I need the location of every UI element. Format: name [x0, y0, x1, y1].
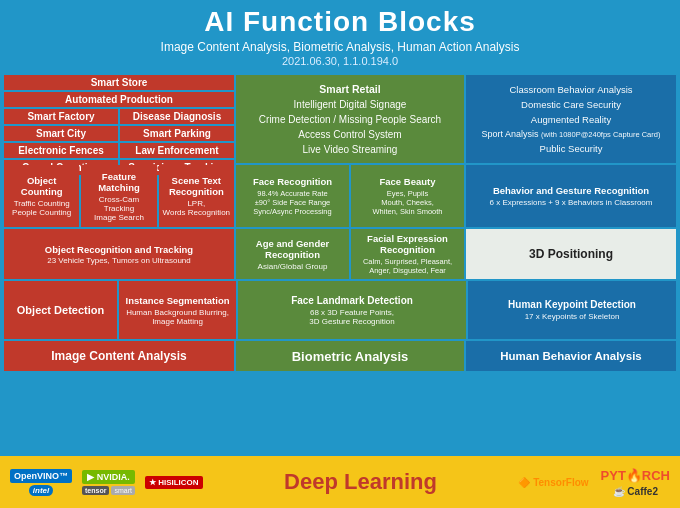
app-automated-production: Automated Production [4, 92, 234, 107]
app-crime-detection: Crime Detection / Missing People Search [259, 114, 441, 125]
app-live-video: Live Video Streaming [303, 144, 398, 155]
app-public-security: Public Security [540, 143, 603, 154]
app-domestic: Domestic Care Security [521, 99, 621, 110]
app-disease-diagnosis: Disease Diagnosis [120, 109, 234, 124]
object-counting: Object Counting Traffic CountingPeople C… [4, 165, 79, 227]
app-ar: Augmented Reality [531, 114, 611, 125]
grid-area: Smart Store Automated Production Smart F… [0, 71, 680, 456]
smart-logo: smart [111, 486, 135, 495]
pytorch-logo: PYT🔥RCH [601, 468, 670, 483]
app-smart-store: Smart Store [4, 75, 234, 90]
version: 2021.06.30, 1.1.0.194.0 [4, 55, 676, 67]
tensorflow-logo: 🔶 TensorFlow [518, 477, 588, 488]
object-recognition: Object Recognition and Tracking 23 Vehic… [4, 229, 234, 279]
app-sport: Sport Analysis (with 1080P@240fps Captur… [482, 129, 661, 139]
main-wrapper: AI Function Blocks Image Content Analysi… [0, 0, 680, 508]
label-image-content: Image Content Analysis [4, 341, 234, 371]
hisilicon-logo: ★ HISILICON [145, 476, 203, 489]
caffe-logo: ☕ Caffe2 [613, 486, 658, 497]
object-detection: Object Detection [4, 281, 117, 339]
face-recognition: Face Recognition 98.4% Accurate Rate±90°… [236, 165, 349, 227]
feature-matching: Feature Matching Cross-Cam TrackingImage… [81, 165, 156, 227]
app-law-enforcement: Law Enforcement [120, 143, 234, 158]
human-keypoint: Human Keypoint Detection 17 x Keypoints … [468, 281, 676, 339]
row-detection: Object Detection Instance Segmentation H… [4, 281, 676, 339]
facial-expression: Facial Expression Recognition Calm, Surp… [351, 229, 464, 279]
pytorch-caffe-group: PYT🔥RCH ☕ Caffe2 [601, 468, 670, 497]
openvino-group: OpenVINO™ intel [10, 469, 72, 496]
bottom-bar: OpenVINO™ intel ▶ NVIDIA. tensor smart ★… [0, 456, 680, 508]
row-features: Object Counting Traffic CountingPeople C… [4, 165, 676, 227]
instance-segmentation: Instance Segmentation Human Background B… [119, 281, 236, 339]
nvidia-logo: ▶ NVIDIA. [82, 470, 135, 484]
label-biometric: Biometric Analysis [236, 341, 464, 371]
app-smart-retail: Smart Retail [319, 83, 380, 95]
page-title: AI Function Blocks [4, 6, 676, 38]
right-applications: Classroom Behavior Analysis Domestic Car… [466, 75, 676, 163]
left-features: Object Counting Traffic CountingPeople C… [4, 165, 234, 227]
openvino-logo: OpenVINO™ [10, 469, 72, 483]
mid-recognition: Age and Gender Recognition Asian/Global … [236, 229, 464, 279]
app-electronic-fences: Electronic Fences [4, 143, 118, 158]
deep-learning-text: Deep Learning [209, 469, 513, 495]
label-behavior: Human Behavior Analysis [466, 341, 676, 371]
app-access-control: Access Control System [298, 129, 401, 140]
face-beauty: Face Beauty Eyes, PupilsMouth, Cheeks,Wh… [351, 165, 464, 227]
3d-positioning: 3D Positioning [466, 229, 676, 279]
row-applications: Smart Store Automated Production Smart F… [4, 75, 676, 163]
subtitle: Image Content Analysis, Biometric Analys… [4, 40, 676, 54]
app-smart-factory: Smart Factory [4, 109, 118, 124]
left-applications: Smart Store Automated Production Smart F… [4, 75, 234, 163]
nvidia-group: ▶ NVIDIA. tensor smart [82, 470, 135, 495]
app-digital-signage: Intelligent Digital Signage [294, 99, 407, 110]
tensorflow-group: 🔶 TensorFlow [518, 477, 588, 488]
app-smart-parking: Smart Parking [120, 126, 234, 141]
app-classroom: Classroom Behavior Analysis [509, 84, 632, 95]
mid-applications: Smart Retail Intelligent Digital Signage… [236, 75, 464, 163]
intel-logo: intel [29, 485, 53, 496]
scene-text: Scene Text Recognition LPR,Words Recogni… [159, 165, 234, 227]
header: AI Function Blocks Image Content Analysi… [0, 0, 680, 71]
label-strip: Image Content Analysis Biometric Analysi… [4, 341, 676, 371]
row-recognition: Object Recognition and Tracking 23 Vehic… [4, 229, 676, 279]
tensor-logo: tensor [82, 486, 109, 495]
behavior-gesture: Behavior and Gesture Recognition 6 x Exp… [466, 165, 676, 227]
age-gender: Age and Gender Recognition Asian/Global … [236, 229, 349, 279]
face-landmark: Face Landmark Detection 68 x 3D Feature … [238, 281, 466, 339]
hisilicon-group: ★ HISILICON [145, 476, 203, 489]
app-smart-city: Smart City [4, 126, 118, 141]
mid-features: Face Recognition 98.4% Accurate Rate±90°… [236, 165, 464, 227]
